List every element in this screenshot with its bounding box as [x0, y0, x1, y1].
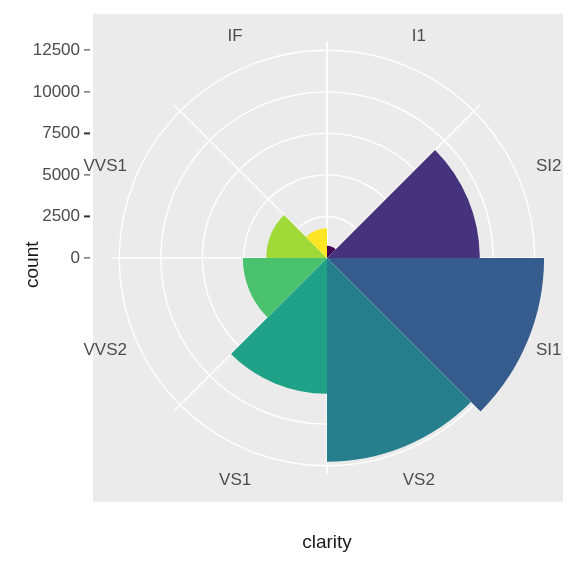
y-tick-label: 2500 [42, 206, 80, 226]
category-label-si2: SI2 [536, 156, 562, 176]
y-tick-mark [84, 216, 90, 217]
x-axis-title: clarity [287, 531, 367, 553]
y-tick-label: 12500 [33, 40, 80, 60]
plot-svg [0, 0, 576, 576]
category-label-vvs1: VVS1 [84, 156, 127, 176]
wedge-si2 [327, 150, 480, 258]
polar-bar-chart: 02500500075001000012500I1SI2SI1VS2VS1VVS… [0, 0, 576, 576]
y-tick-mark [84, 91, 90, 92]
y-tick-label: 5000 [42, 165, 80, 185]
y-tick-mark [84, 50, 90, 51]
category-label-si1: SI1 [536, 340, 562, 360]
category-label-i1: I1 [412, 26, 426, 46]
y-tick-label: 0 [71, 248, 80, 268]
y-tick-label: 7500 [42, 123, 80, 143]
y-tick-mark [84, 133, 90, 134]
category-label-if: IF [228, 26, 243, 46]
category-label-vs1: VS1 [219, 470, 251, 490]
category-label-vvs2: VVS2 [84, 340, 127, 360]
category-label-vs2: VS2 [403, 470, 435, 490]
y-tick-label: 10000 [33, 82, 80, 102]
svg-line-8 [174, 105, 327, 258]
y-axis-title: count [21, 242, 43, 288]
y-tick-mark [84, 257, 90, 258]
